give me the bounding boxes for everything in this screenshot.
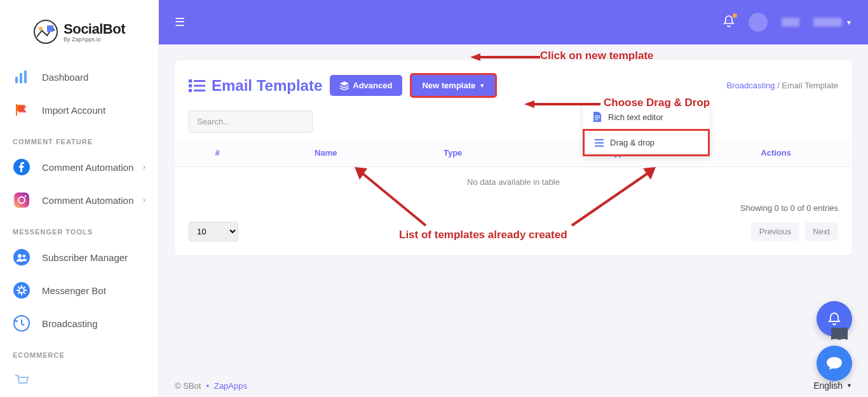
- svg-line-26: [22, 324, 24, 325]
- copyright: © SBot: [175, 381, 201, 391]
- svg-rect-37: [595, 142, 604, 144]
- search-input[interactable]: [189, 111, 313, 133]
- rows-per-page-select[interactable]: 10: [189, 222, 238, 241]
- topbar: ☰ ▼: [159, 0, 868, 44]
- empty-row: No data available in table: [175, 167, 852, 198]
- svg-rect-32: [194, 90, 205, 91]
- flag-icon: [13, 101, 31, 119]
- svg-rect-35: [595, 119, 598, 120]
- nav-label: Subscriber Manager: [42, 252, 128, 263]
- instagram-icon: [13, 191, 31, 209]
- nav-dashboard[interactable]: Dashboard: [0, 60, 158, 93]
- dropdown-rich-text[interactable]: Rich text editor: [583, 105, 710, 129]
- svg-line-23: [24, 287, 25, 288]
- breadcrumb: Broadcasting / Email Template: [727, 81, 838, 90]
- layers-icon: [340, 81, 349, 90]
- user-dropdown[interactable]: ▼: [813, 18, 852, 27]
- chat-icon: [826, 356, 843, 371]
- menu-toggle-icon[interactable]: ☰: [175, 15, 185, 29]
- new-template-button[interactable]: New template ▼: [410, 73, 497, 98]
- avatar[interactable]: [749, 13, 768, 32]
- list-icon: [189, 79, 205, 93]
- prev-button[interactable]: Previous: [751, 222, 800, 241]
- svg-point-2: [39, 27, 43, 30]
- cart-icon: [13, 372, 31, 389]
- svg-point-0: [34, 20, 57, 43]
- svg-point-12: [18, 254, 22, 258]
- notification-bell-icon[interactable]: [723, 15, 735, 30]
- gear-icon: [13, 281, 31, 299]
- facebook-icon: [13, 158, 31, 176]
- svg-rect-8: [14, 192, 29, 208]
- footer-link[interactable]: ZapApps: [214, 381, 247, 391]
- svg-point-11: [13, 249, 30, 266]
- nav-ecommerce-item[interactable]: [0, 364, 158, 397]
- svg-rect-27: [189, 79, 192, 83]
- dropdown-drag-drop[interactable]: Drag & drop: [583, 129, 710, 156]
- caret-down-icon: ▼: [846, 19, 852, 26]
- col-actions[interactable]: Actions: [700, 139, 852, 167]
- svg-line-22: [18, 293, 20, 294]
- section-messenger-tools: MESSENGER TOOLS: [0, 217, 158, 241]
- svg-rect-38: [595, 145, 604, 147]
- caret-down-icon: ▼: [479, 83, 485, 89]
- svg-rect-6: [16, 104, 17, 116]
- main-card: Email Template Advanced New template ▼ B…: [175, 60, 852, 255]
- history-icon: [13, 314, 31, 332]
- notification-dot: [733, 13, 737, 18]
- breadcrumb-parent[interactable]: Broadcasting: [727, 81, 775, 90]
- fab-chat[interactable]: [817, 346, 852, 381]
- svg-rect-33: [595, 116, 600, 116]
- nav-subscriber-manager[interactable]: Subscriber Manager: [0, 241, 158, 274]
- nav-label: Comment Automation: [42, 162, 133, 173]
- nav-label: Broadcasting: [42, 318, 98, 329]
- svg-point-14: [13, 282, 30, 299]
- svg-rect-1: [47, 25, 53, 32]
- page-title: Email Template: [189, 77, 322, 95]
- sidebar: SocialBot By ZapApps.io Dashboard Import…: [0, 0, 159, 397]
- nav-broadcasting[interactable]: Broadcasting: [0, 307, 158, 340]
- svg-rect-34: [595, 118, 600, 118]
- col-name[interactable]: Name: [260, 139, 392, 167]
- brand-sub: By ZapApps.io: [64, 36, 125, 43]
- footer: © SBot • ZapApps English ▼: [175, 380, 852, 391]
- svg-point-10: [25, 196, 27, 198]
- svg-rect-31: [189, 89, 192, 92]
- svg-rect-30: [194, 84, 205, 86]
- col-type[interactable]: Type: [392, 139, 514, 167]
- templates-table: # Name Type Editor type Actions No data …: [175, 139, 852, 197]
- next-button[interactable]: Next: [804, 222, 838, 241]
- col-index[interactable]: #: [175, 139, 260, 167]
- language-selector[interactable]: English ▼: [813, 380, 852, 391]
- logo-icon: [33, 19, 58, 44]
- nav-label: Comment Automation: [42, 195, 133, 206]
- logo[interactable]: SocialBot By ZapApps.io: [0, 0, 158, 60]
- user-name-blur: [782, 18, 799, 27]
- chevron-right-icon: ›: [143, 196, 146, 205]
- nav-label: Import Account: [42, 105, 105, 116]
- nav-comment-fb[interactable]: Comment Automation ›: [0, 151, 158, 184]
- nav-label: Messenger Bot: [42, 285, 106, 296]
- advanced-button[interactable]: Advanced: [330, 75, 402, 96]
- fab-docs-icon: [830, 326, 849, 345]
- svg-rect-4: [20, 73, 22, 83]
- svg-rect-3: [15, 77, 18, 83]
- users-icon: [13, 248, 31, 266]
- caret-down-icon: ▼: [846, 382, 852, 389]
- section-ecommerce: ECOMMERCE: [0, 340, 158, 364]
- doc-icon: [593, 112, 602, 122]
- svg-rect-28: [194, 80, 205, 82]
- bars-icon: [13, 68, 31, 86]
- nav-import-account[interactable]: Import Account: [0, 93, 158, 126]
- svg-line-21: [24, 293, 25, 294]
- nav-comment-ig[interactable]: Comment Automation ›: [0, 184, 158, 217]
- brand-name: SocialBot: [64, 21, 125, 37]
- bell-icon: [828, 312, 841, 326]
- main: ☰ ▼ Email Template Advanc: [159, 0, 868, 397]
- lines-icon: [595, 139, 604, 147]
- nav-messenger-bot[interactable]: Messenger Bot: [0, 274, 158, 307]
- svg-rect-36: [595, 139, 604, 140]
- showing-text: Showing 0 to 0 of 0 entries: [189, 203, 838, 213]
- chevron-right-icon: ›: [143, 163, 146, 172]
- nav-label: Dashboard: [42, 72, 88, 83]
